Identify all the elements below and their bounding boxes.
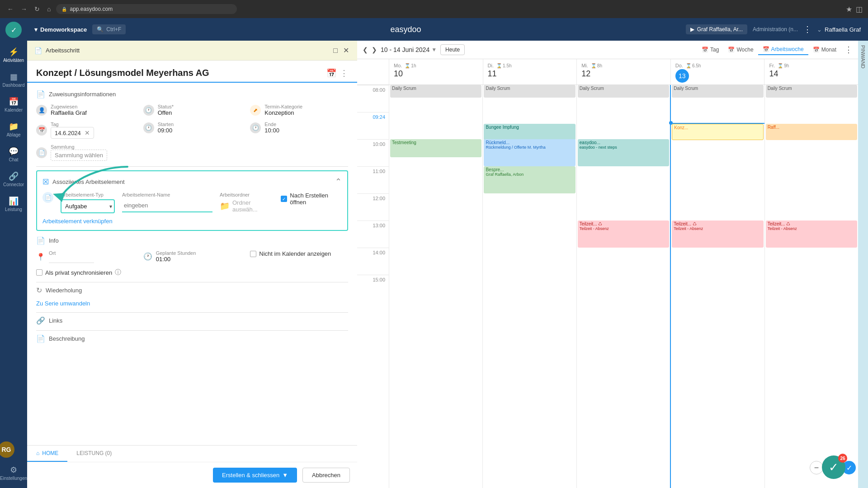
tab-leistung[interactable]: LEISTUNG (0): [67, 446, 121, 462]
zugewiesen-field: 👤 Zugewiesen Raffaella Graf: [36, 104, 134, 116]
typ-select-wrapper: Aufgabe: [61, 199, 115, 213]
modal-more-btn[interactable]: ⋮: [340, 68, 348, 78]
sidebar-item-einstellungen[interactable]: ⚙ Einstellungen: [0, 461, 29, 484]
mo-name: Mo.: [394, 63, 402, 68]
user-profile-btn[interactable]: ▶ Graf Raffaella, Ar...: [686, 24, 747, 34]
sidebar-item-label: Chat: [9, 157, 18, 162]
event-do-teilzeit[interactable]: Teilzeit... ♺Teilzeit - Absenz: [672, 221, 763, 248]
event-fr-raff[interactable]: Raff...: [766, 124, 857, 140]
collapse-button[interactable]: ⌃: [335, 177, 342, 187]
nicht-kalender-label: Nicht im Kalender anzeigen: [259, 250, 331, 257]
bookmark-icon[interactable]: ★: [846, 5, 852, 14]
search-icon: 🔍: [97, 26, 104, 33]
mo-num: 10: [394, 69, 478, 79]
starten-value[interactable]: 09:00: [158, 127, 174, 134]
erstellen-button[interactable]: Erstellen & schliessen ▼: [213, 468, 297, 483]
close-button[interactable]: ✕: [342, 45, 350, 56]
name-input[interactable]: [122, 199, 212, 212]
section-icon: 📄: [36, 90, 45, 99]
view-monat-btn[interactable]: 📅 Monat: [808, 45, 841, 55]
date-picker[interactable]: 14.6.2024 ✕: [51, 127, 94, 139]
sidebar-item-connector[interactable]: 🔗 Connector: [0, 168, 27, 191]
cal-more-options-btn[interactable]: ⋮: [844, 45, 853, 55]
checkbox-privat[interactable]: [36, 269, 42, 276]
nach-erstellen-checkbox[interactable]: Nach Erstellen öffnen: [281, 192, 342, 206]
search-bar[interactable]: 🔍 Ctrl+F: [92, 24, 126, 34]
event-di-bespre[interactable]: Bespre...Graf Raffaella, Arbon: [484, 166, 575, 193]
event-mo-testmeeting[interactable]: Testmeeting: [390, 139, 481, 157]
event-mo-daily-scrum[interactable]: Daily Scrum: [390, 85, 481, 98]
event-di-daily-scrum[interactable]: Daily Scrum: [484, 85, 575, 98]
event-mi-easydoo[interactable]: easydoo...easydoo - next steps: [578, 139, 669, 166]
nicht-kalender-checkbox[interactable]: Nicht im Kalender anzeigen: [250, 250, 348, 257]
extensions-icon[interactable]: ◫: [856, 5, 863, 14]
event-fr-teilzeit[interactable]: Teilzeit... ♺Teilzeit - Absenz: [766, 221, 857, 248]
app-logo: easydoo: [131, 25, 680, 34]
tab-home[interactable]: ⌂ HOME: [27, 446, 67, 462]
sammlung-selector[interactable]: Sammlung wählen: [51, 150, 107, 161]
date-clear-icon[interactable]: ✕: [85, 129, 90, 136]
sidebar-item-dashboard[interactable]: ▦ Dashboard: [0, 68, 27, 91]
date-dropdown-icon: ▼: [431, 47, 437, 53]
di-name: Di.: [488, 63, 494, 68]
cal-day-col-mi: Daily Scrum easydoo...easydoo - next ste…: [576, 85, 670, 488]
sidebar-item-aktivitaeten[interactable]: ⚡ Aktivitäten: [0, 43, 27, 66]
name-label: Arbeitselement-Name: [122, 192, 212, 197]
forward-button[interactable]: →: [19, 4, 29, 14]
sidebar-item-chat[interactable]: 💬 Chat: [0, 143, 27, 166]
cal-back-btn[interactable]: ❮: [363, 46, 368, 53]
event-do-daily-scrum[interactable]: Daily Scrum: [672, 85, 763, 98]
verknuepfen-link[interactable]: Arbeitselement verknüpfen: [42, 218, 113, 225]
typ-select[interactable]: Aufgabe: [61, 199, 115, 213]
beschreibung-section: 📄 Beschreibung: [36, 334, 348, 343]
ort-input[interactable]: [49, 256, 94, 263]
event-do-konz[interactable]: Konz...: [672, 124, 763, 140]
privat-checkbox[interactable]: Als privat synchronisieren ⓘ: [36, 268, 121, 277]
refresh-button[interactable]: ↻: [33, 4, 42, 14]
ordner-placeholder: Ordner auswäh...: [232, 199, 274, 213]
sidebar-logo[interactable]: ✓: [5, 22, 22, 38]
sidebar-item-kalender[interactable]: 📅 Kalender: [0, 93, 27, 116]
fr-name: Fr.: [769, 63, 775, 68]
topbar-more-btn[interactable]: ⋮: [803, 24, 811, 34]
ordner-selector[interactable]: 📁 Ordner auswäh...: [220, 199, 274, 213]
checkbox-nicht[interactable]: [250, 251, 256, 257]
event-di-bungee[interactable]: Bungee Impfung: [484, 124, 575, 140]
workspace-selector[interactable]: ▾ Demoworkspace: [34, 26, 87, 33]
event-fr-daily-scrum[interactable]: Daily Scrum: [766, 85, 857, 98]
chat-icon: 💬: [9, 146, 19, 156]
ordner-label: Arbeitsordner: [220, 192, 274, 197]
back-button[interactable]: ←: [5, 4, 15, 14]
home-button[interactable]: ⌂: [45, 4, 52, 14]
time-slot-11: 11:00: [357, 166, 389, 193]
event-di-rueckmeld[interactable]: Rückmeld...Rückmeldung / Offerte M. Myrt…: [484, 139, 575, 166]
nach-erstellen-label: Nach Erstellen öffnen: [290, 192, 342, 206]
fab-minus-btn[interactable]: −: [810, 461, 823, 474]
calendar-icon-btn[interactable]: 📅: [326, 68, 336, 78]
checkbox-nach[interactable]: [281, 196, 287, 202]
cal-day-header-fr: Fr. ⌛ 9h 14: [764, 59, 858, 84]
event-mi-daily-scrum[interactable]: Daily Scrum: [578, 85, 669, 98]
serie-link[interactable]: Zu Serie umwandeln: [36, 300, 90, 307]
view-woche-btn[interactable]: 📅 Woche: [723, 45, 758, 55]
print-sidebar[interactable]: PINWAND: [858, 41, 868, 488]
user-avatar[interactable]: RG: [0, 441, 14, 458]
woche-icon: 📅: [728, 47, 735, 53]
view-arbeitswoche-btn[interactable]: 📅 Arbeitswoche: [758, 44, 808, 55]
today-button[interactable]: Heute: [440, 44, 465, 55]
topbar-username: Raffaella Graf: [825, 26, 861, 33]
event-mi-teilzeit[interactable]: Teilzeit... ♺Teilzeit - Absenz: [578, 221, 669, 248]
sidebar-item-leistung[interactable]: 📊 Leistung: [0, 192, 27, 216]
view-tag-btn[interactable]: 📅 Tag: [697, 45, 723, 55]
sidebar-item-label: Dashboard: [3, 83, 25, 88]
assoziert-label: Assoziiertes Arbeitselement: [52, 178, 125, 185]
calendar-panel: ❮ ❯ 10 - 14 Juni 2024 ▼ Heute 📅: [357, 41, 858, 488]
expand-button[interactable]: □: [332, 46, 339, 56]
address-bar[interactable]: 🔒 app.easydoo.com: [56, 4, 237, 14]
tag-field[interactable]: 📅 Tag 14.6.2024 ✕: [36, 122, 134, 139]
cal-forward-btn[interactable]: ❯: [372, 46, 377, 53]
ende-value[interactable]: 10:00: [264, 127, 279, 134]
sidebar-item-ablage[interactable]: 📁 Ablage: [0, 118, 27, 141]
abbrechen-button[interactable]: Abbrechen: [302, 468, 350, 483]
time-slot-13: 13:00: [357, 221, 389, 248]
